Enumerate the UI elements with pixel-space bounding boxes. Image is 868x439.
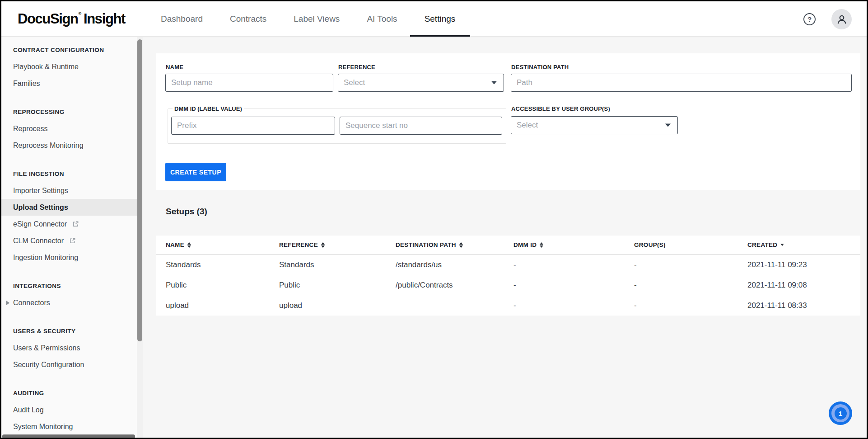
expand-caret-icon xyxy=(6,301,9,305)
sidebar-item-label: Security Configuration xyxy=(13,356,84,373)
sidebar-item-label: Reprocess Monitoring xyxy=(13,137,84,154)
column-header-created[interactable]: CREATED xyxy=(747,241,860,248)
table-row[interactable]: upload upload - - 2021-11-11 08:33 xyxy=(156,295,860,316)
cell-groups: - xyxy=(634,301,747,310)
app-window: DocuSign®Insight Dashboard Contracts Lab… xyxy=(0,0,868,439)
column-label: GROUP(S) xyxy=(634,241,666,248)
destination-path-input[interactable] xyxy=(511,74,852,92)
sidebar-section-reprocessing: REPROCESSING Reprocess Reprocess Monitor… xyxy=(1,104,137,154)
column-header-name[interactable]: NAME xyxy=(166,241,279,248)
nav-tab-contracts[interactable]: Contracts xyxy=(230,1,266,37)
reference-select[interactable]: Select xyxy=(338,74,504,92)
column-label: NAME xyxy=(166,241,184,248)
sidebar-section-contract-configuration: CONTRACT CONFIGURATION Playbook & Runtim… xyxy=(1,42,137,92)
create-setup-button[interactable]: CREATE SETUP xyxy=(165,163,226,181)
sidebar-item-label: Upload Settings xyxy=(13,199,68,216)
person-icon xyxy=(836,14,848,25)
sidebar-section-title: FILE INGESTION xyxy=(1,165,137,182)
sidebar-section-auditing: AUDITING Audit Log System Monitoring xyxy=(1,385,137,435)
sidebar-item-system-monitoring[interactable]: System Monitoring xyxy=(1,418,137,435)
external-link-icon xyxy=(69,237,76,244)
user-groups-select-placeholder: Select xyxy=(517,121,538,130)
sidebar-item-label: Families xyxy=(13,75,40,92)
chevron-down-icon xyxy=(491,81,497,85)
sidebar-item-label: Users & Permissions xyxy=(13,340,80,356)
sidebar-item-audit-log[interactable]: Audit Log xyxy=(1,401,137,418)
dmm-id-fieldset: DMM ID (LABEL VALUE) xyxy=(168,109,506,144)
sidebar-item-clm-connector[interactable]: CLM Connector xyxy=(1,232,137,249)
user-groups-select[interactable]: Select xyxy=(511,116,678,134)
reference-select-placeholder: Select xyxy=(344,78,365,87)
dmm-prefix-input[interactable] xyxy=(171,117,335,135)
sidebar-section-integrations: INTEGRATIONS Connectors xyxy=(1,278,137,311)
table-row[interactable]: Standards Standards /standards/us - - 20… xyxy=(156,255,860,275)
column-header-reference[interactable]: REFERENCE xyxy=(279,241,396,248)
destination-path-label: DESTINATION PATH xyxy=(511,64,569,71)
cell-destination-path: /standards/us xyxy=(396,260,513,269)
sidebar-item-families[interactable]: Families xyxy=(1,75,137,92)
help-icon[interactable]: ? xyxy=(803,13,816,25)
sidebar-item-label: Connectors xyxy=(13,294,50,311)
tour-beacon-button[interactable]: 1 xyxy=(829,401,852,425)
column-header-destination-path[interactable]: DESTINATION PATH xyxy=(396,241,513,248)
sidebar-item-label: Reprocess xyxy=(13,120,47,137)
sidebar-section-title: AUDITING xyxy=(1,385,137,401)
column-header-dmm-id[interactable]: DMM ID xyxy=(513,241,634,248)
docusign-insight-logo: DocuSign®Insight xyxy=(18,1,125,37)
dmm-id-legend: DMM ID (LABEL VALUE) xyxy=(173,105,244,112)
nav-tab-ai-tools[interactable]: AI Tools xyxy=(367,1,397,37)
sidebar-item-users-permissions[interactable]: Users & Permissions xyxy=(1,340,137,356)
nav-tab-label-views[interactable]: Label Views xyxy=(294,1,340,37)
main-nav: Dashboard Contracts Label Views AI Tools… xyxy=(161,1,455,37)
beacon-step-number: 1 xyxy=(835,407,847,420)
sidebar-item-playbook-runtime[interactable]: Playbook & Runtime xyxy=(1,58,137,75)
create-setup-form: NAME REFERENCE Select DESTINATION PATH D… xyxy=(156,53,860,190)
logo-secondary: Insight xyxy=(84,11,125,27)
sidebar-item-importer-settings[interactable]: Importer Settings xyxy=(1,182,137,199)
sidebar-item-security-configuration[interactable]: Security Configuration xyxy=(1,356,137,373)
sidebar-item-label: Ingestion Monitoring xyxy=(13,249,78,266)
cell-reference: Standards xyxy=(279,260,396,269)
external-link-icon xyxy=(72,221,79,227)
column-label: CREATED xyxy=(747,241,777,248)
user-avatar[interactable] xyxy=(831,9,852,29)
sort-both-icon xyxy=(321,242,325,248)
sidebar-vertical-scrollbar-thumb[interactable] xyxy=(137,39,142,341)
sidebar-item-upload-settings[interactable]: Upload Settings xyxy=(1,199,137,216)
sidebar-item-esign-connector[interactable]: eSign Connector xyxy=(1,216,137,232)
cell-destination-path: /public/Contracts xyxy=(396,281,513,290)
cell-name: Public xyxy=(166,281,279,290)
dmm-sequence-start-input[interactable] xyxy=(340,117,502,135)
sidebar-section-users-security: USERS & SECURITY Users & Permissions Sec… xyxy=(1,323,137,373)
setups-table: NAME REFERENCE DESTINATION PATH DMM ID G… xyxy=(156,236,860,316)
column-label: REFERENCE xyxy=(279,241,318,248)
sidebar-horizontal-scrollbar-thumb[interactable] xyxy=(2,434,135,439)
sidebar-item-label: Audit Log xyxy=(13,401,44,418)
nav-tab-dashboard[interactable]: Dashboard xyxy=(161,1,203,37)
setups-heading: Setups (3) xyxy=(166,207,207,217)
cell-created: 2021-11-11 08:33 xyxy=(747,301,860,310)
logo-primary: DocuSign xyxy=(18,11,78,27)
sidebar-item-reprocess-monitoring[interactable]: Reprocess Monitoring xyxy=(1,137,137,154)
settings-sidebar: CONTRACT CONFIGURATION Playbook & Runtim… xyxy=(1,37,143,439)
top-navbar: DocuSign®Insight Dashboard Contracts Lab… xyxy=(1,1,867,37)
table-row[interactable]: Public Public /public/Contracts - - 2021… xyxy=(156,275,860,295)
cell-dmm-id: - xyxy=(513,260,634,269)
main-content: NAME REFERENCE Select DESTINATION PATH D… xyxy=(143,37,868,439)
reference-label: REFERENCE xyxy=(338,64,375,71)
sidebar-section-title: REPROCESSING xyxy=(1,104,137,120)
sidebar-item-connectors[interactable]: Connectors xyxy=(1,294,137,311)
sort-both-icon xyxy=(540,242,543,248)
sidebar-item-ingestion-monitoring[interactable]: Ingestion Monitoring xyxy=(1,249,137,266)
column-label: DESTINATION PATH xyxy=(396,241,456,248)
nav-tab-settings[interactable]: Settings xyxy=(425,1,456,37)
setups-table-header: NAME REFERENCE DESTINATION PATH DMM ID G… xyxy=(156,236,860,255)
sort-both-icon xyxy=(459,242,463,248)
sidebar-item-label: System Monitoring xyxy=(13,418,73,435)
sort-desc-icon xyxy=(780,244,784,246)
column-label: DMM ID xyxy=(513,241,537,248)
sidebar-section-title: CONTRACT CONFIGURATION xyxy=(1,42,137,58)
cell-groups: - xyxy=(634,281,747,290)
setup-name-input[interactable] xyxy=(165,74,333,92)
sidebar-item-reprocess[interactable]: Reprocess xyxy=(1,120,137,137)
